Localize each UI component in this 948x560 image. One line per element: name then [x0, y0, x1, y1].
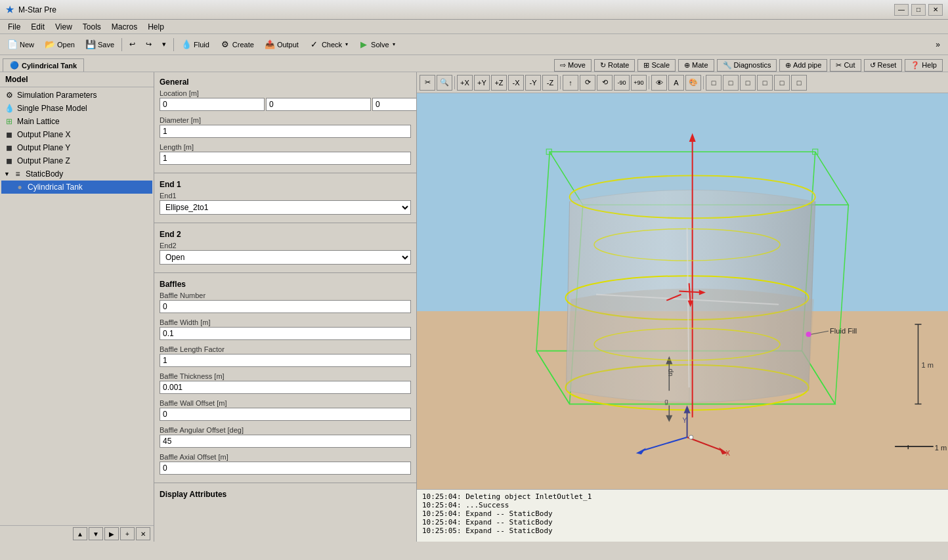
view-plus90-btn[interactable]: +90: [631, 75, 647, 91]
minimize-button[interactable]: —: [894, 4, 909, 16]
baffle-number-label: Baffle Number: [160, 291, 411, 299]
diameter-input-row: [160, 125, 411, 138]
view-minus-y-btn[interactable]: -Y: [525, 75, 541, 91]
view-minus-x-btn[interactable]: -X: [508, 75, 524, 91]
tab-cylindrical-tank[interactable]: 🔵 Cylindrical Tank: [3, 58, 84, 72]
baffle-number-input-row: [160, 300, 411, 313]
baffle-number-input[interactable]: [160, 300, 411, 313]
menu-tools[interactable]: Tools: [77, 21, 106, 33]
baffle-axial-offset-input[interactable]: [160, 462, 411, 475]
redo-button[interactable]: ↪: [141, 37, 156, 53]
app-title: ★ M-Star Pre: [5, 3, 56, 16]
view-box5-btn[interactable]: □: [774, 75, 790, 91]
check-button[interactable]: ✓ Check ▾: [305, 37, 353, 53]
move-button[interactable]: ⇨ Move: [554, 59, 592, 72]
menu-help[interactable]: Help: [142, 21, 169, 33]
maximize-button[interactable]: □: [911, 4, 926, 16]
view-up-btn[interactable]: ↑: [563, 75, 578, 91]
view-box4-btn[interactable]: □: [757, 75, 773, 91]
rotate-button[interactable]: ↻ Rotate: [594, 59, 635, 72]
baffle-length-factor-input[interactable]: [160, 354, 411, 367]
view-minus-z-btn[interactable]: -Z: [542, 75, 558, 91]
menubar: File Edit View Tools Macros Help: [0, 20, 948, 34]
tree-item-output-x[interactable]: ◼ Output Plane X: [1, 128, 152, 141]
solve-button[interactable]: ▶ Solve ▾: [354, 37, 400, 53]
diagnostics-button[interactable]: 🔧 Diagnostics: [717, 59, 777, 72]
help-button[interactable]: ❓ Help: [905, 59, 943, 72]
fluid-button[interactable]: 💧 Fluid: [177, 37, 214, 53]
undo-button[interactable]: ↩: [125, 37, 140, 53]
tree-nav-add[interactable]: +: [120, 527, 135, 540]
baffle-width-input[interactable]: [160, 327, 411, 340]
output-button[interactable]: 📤 Output: [260, 37, 303, 53]
model-label: Model: [0, 72, 154, 87]
menu-edit[interactable]: Edit: [26, 21, 50, 33]
open-button[interactable]: 📂 Open: [40, 37, 79, 53]
baffle-width-row: Baffle Width [m]: [154, 317, 416, 344]
baffle-angular-offset-input[interactable]: [160, 435, 411, 448]
view-color-btn[interactable]: 🎨: [685, 75, 701, 91]
cut-button[interactable]: ✂ Cut: [830, 59, 861, 72]
view-scissors-btn[interactable]: ✂: [420, 75, 435, 91]
log-line-4: 10:25:05: Expand -- StaticBody: [422, 527, 943, 535]
scale-button[interactable]: ⊞ Scale: [637, 59, 676, 72]
tree-nav-remove[interactable]: ✕: [136, 527, 150, 540]
view-plus-x-btn[interactable]: +X: [457, 75, 473, 91]
view-box6-btn[interactable]: □: [791, 75, 807, 91]
window-controls[interactable]: — □ ✕: [894, 4, 943, 16]
view-box1-btn[interactable]: □: [706, 75, 722, 91]
tree-item-main-lattice[interactable]: ⊞ Main Lattice: [1, 115, 152, 128]
view-zoom-btn[interactable]: 🔍: [437, 75, 452, 91]
view-box2-btn[interactable]: □: [723, 75, 739, 91]
diameter-input[interactable]: [160, 125, 411, 138]
cyl-tank-icon: ●: [14, 182, 25, 192]
baffle-axial-offset-row: Baffle Axial Offset [m]: [154, 452, 416, 479]
end1-select[interactable]: Ellipse_2to1 Open Flat Hemisphere: [160, 200, 411, 215]
svg-line-19: [687, 437, 723, 450]
tab-actions: ⇨ Move ↻ Rotate ⊞ Scale ⊕ Mate 🔧 Diagnos…: [551, 59, 945, 72]
close-button[interactable]: ✕: [928, 4, 943, 16]
tree-item-output-y[interactable]: ◼ Output Plane Y: [1, 141, 152, 154]
baffle-thickness-input[interactable]: [160, 381, 411, 394]
diameter-row: Diameter [m]: [154, 115, 416, 142]
tree-item-cyl-tank[interactable]: ● Cylindrical Tank: [1, 181, 152, 194]
redo-dropdown[interactable]: ▾: [158, 37, 171, 53]
expand-arrow[interactable]: »: [936, 40, 940, 49]
view-text-btn[interactable]: A: [668, 75, 684, 91]
view-rotate-cw-btn[interactable]: ⟳: [580, 75, 595, 91]
baffle-wall-offset-input[interactable]: [160, 408, 411, 421]
baffle-number-row: Baffle Number: [154, 290, 416, 317]
reset-button[interactable]: ↺ Reset: [864, 59, 903, 72]
mate-button[interactable]: ⊕ Mate: [678, 59, 714, 72]
view-plus-y-btn[interactable]: +Y: [474, 75, 490, 91]
menu-macros[interactable]: Macros: [106, 21, 142, 33]
view-minus90-btn[interactable]: -90: [614, 75, 630, 91]
tree-nav-up[interactable]: ▲: [73, 527, 87, 540]
end2-select[interactable]: Open Ellipse_2to1 Flat Hemisphere: [160, 250, 411, 265]
view-plus-z-btn[interactable]: +Z: [491, 75, 507, 91]
tree-item-static-body[interactable]: ▼ ≡ StaticBody: [1, 167, 152, 181]
log-line-3: 10:25:04: Expand -- StaticBody: [422, 518, 943, 527]
menu-file[interactable]: File: [3, 21, 26, 33]
location-y-input[interactable]: [266, 98, 371, 111]
length-input[interactable]: [160, 152, 411, 165]
add-pipe-button[interactable]: ⊕ Add pipe: [779, 59, 827, 72]
tree-item-sim-params[interactable]: ⚙ Simulation Parameters: [1, 89, 152, 102]
main-lattice-label: Main Lattice: [17, 117, 60, 126]
create-button[interactable]: ⚙ Create: [215, 37, 259, 53]
location-x-input[interactable]: [160, 98, 265, 111]
view-rotate-ccw-btn[interactable]: ⟲: [597, 75, 613, 91]
tree-item-output-z[interactable]: ◼ Output Plane Z: [1, 154, 152, 167]
save-button[interactable]: 💾 Save: [81, 37, 119, 53]
check-label: Check: [322, 41, 342, 49]
tree-nav-down[interactable]: ▼: [89, 527, 103, 540]
view-canvas[interactable]: Y X 1 m up g: [417, 93, 948, 489]
view-eye-btn[interactable]: 👁: [651, 75, 667, 91]
menu-view[interactable]: View: [50, 21, 77, 33]
end2-select-row: Open Ellipse_2to1 Flat Hemisphere: [160, 250, 411, 265]
tree-item-single-phase[interactable]: 💧 Single Phase Model: [1, 102, 152, 115]
tree-nav-right[interactable]: ▶: [104, 527, 119, 540]
location-z-input[interactable]: [372, 98, 417, 111]
view-box3-btn[interactable]: □: [740, 75, 756, 91]
new-button[interactable]: 📄 New: [3, 37, 39, 53]
